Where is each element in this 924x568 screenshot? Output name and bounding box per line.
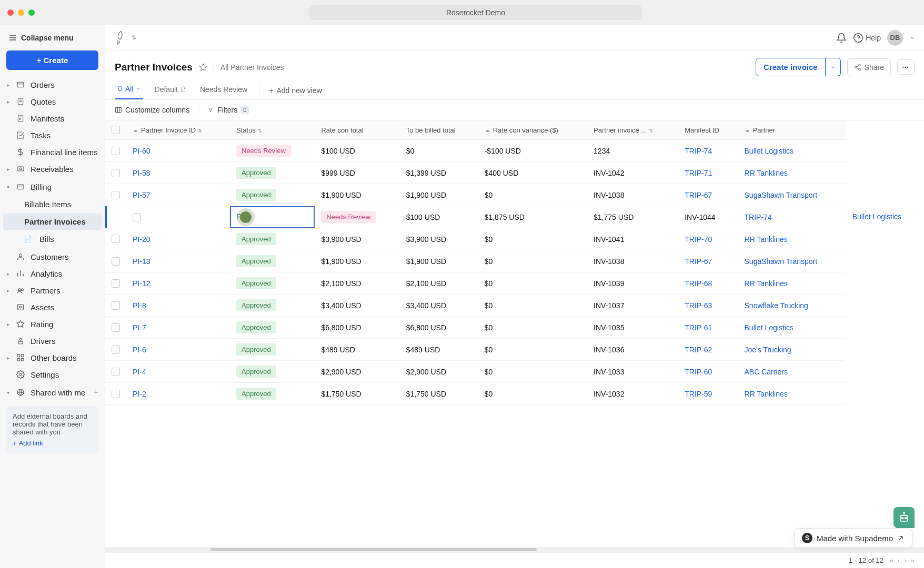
cell-invoice-id[interactable]: PI-4 — [126, 361, 230, 383]
maximize-window-button[interactable] — [28, 9, 35, 16]
cell-invoice-id[interactable]: PI-7 — [126, 317, 230, 339]
cell-invoice-id[interactable]: PI-60 — [126, 140, 230, 162]
column-header-rate-con-total[interactable]: Rate con total — [315, 120, 399, 140]
tab-needs-review[interactable]: Needs Review — [198, 82, 249, 99]
table-row[interactable]: PI-6 Approved $489 USD $489 USD $0 INV-1… — [105, 339, 924, 361]
row-checkbox[interactable] — [133, 213, 141, 221]
sidebar-item-customers[interactable]: Customers — [3, 248, 102, 265]
add-new-view-button[interactable]: + Add new view — [269, 86, 322, 95]
filters-button[interactable]: Filters 0 — [207, 106, 249, 114]
cell-partner[interactable]: SugaShawn Transport — [738, 184, 846, 206]
cell-invoice-id[interactable]: PI-8 — [126, 295, 230, 317]
cell-manifest[interactable]: TRIP-60 — [678, 361, 738, 383]
more-button[interactable]: ⋯ — [897, 59, 915, 75]
column-header-to-be-billed[interactable]: To be billed total — [400, 120, 478, 140]
table-row[interactable]: PI-57 Approved $1,900 USD $1,900 USD $0 … — [105, 184, 924, 206]
cell-partner[interactable]: Bullet Logistics — [738, 317, 846, 339]
create-button[interactable]: + Create — [6, 50, 98, 70]
chevron-down-icon[interactable] — [909, 35, 916, 41]
sidebar-item-orders[interactable]: ▸ Orders — [3, 76, 102, 93]
bell-icon[interactable] — [836, 33, 847, 43]
tab-default[interactable]: Default — [153, 82, 188, 99]
sidebar-item-settings[interactable]: Settings — [3, 366, 102, 383]
cell-invoice-id[interactable]: PI-57 — [126, 184, 230, 206]
cell-partner[interactable]: Bullet Logistics — [846, 206, 924, 228]
cell-partner[interactable]: SugaShawn Transport — [738, 250, 846, 272]
sidebar-item-billing[interactable]: ▾ Billing — [3, 178, 102, 195]
sidebar-item-analytics[interactable]: ▸ Analytics — [3, 265, 102, 282]
row-checkbox[interactable] — [112, 346, 120, 354]
table-row[interactable]: PI-58 Approved $999 USD $1,399 USD $400 … — [105, 162, 924, 184]
cell-invoice-id[interactable]: PI-12 — [126, 272, 230, 295]
cell-partner[interactable]: Joe's Trucking — [738, 339, 846, 361]
sidebar-item-bills[interactable]: 📄 Bills — [3, 231, 102, 247]
helper-widget[interactable] — [893, 507, 915, 528]
cell-partner[interactable]: ABC Carriers — [738, 361, 846, 383]
sidebar-item-receivables[interactable]: ▸ Receivables — [3, 160, 102, 177]
scrollbar-thumb[interactable] — [210, 548, 537, 551]
sidebar-item-other-boards[interactable]: ▸ Other boards — [3, 349, 102, 366]
sidebar-item-assets[interactable]: Assets — [3, 299, 102, 316]
sidebar-item-partner-invoices[interactable]: Partner Invoices — [3, 214, 102, 230]
sort-icon[interactable]: ⇅ — [132, 34, 136, 41]
row-checkbox[interactable] — [112, 147, 120, 155]
table-wrapper[interactable]: ⚭Partner Invoice ID⇅ Status⇅ Rate con to… — [105, 120, 924, 547]
table-row[interactable]: PI-12 Approved $2,100 USD $2,100 USD $0 … — [105, 272, 924, 295]
cell-invoice-id[interactable]: P — [230, 206, 315, 228]
next-page-button[interactable]: › — [904, 556, 906, 564]
cell-manifest[interactable]: TRIP-74 — [678, 140, 738, 162]
column-header-variance[interactable]: ⚭Rate con variance ($) — [478, 120, 587, 140]
cell-manifest[interactable]: TRIP-63 — [678, 295, 738, 317]
cell-partner[interactable]: RR Tanklines — [738, 383, 846, 405]
help-button[interactable]: Help — [853, 33, 881, 43]
create-invoice-dropdown[interactable] — [826, 58, 841, 76]
select-all-checkbox[interactable] — [112, 126, 120, 134]
cell-manifest[interactable]: TRIP-59 — [678, 383, 738, 405]
table-row[interactable]: PI-2 Approved $1,750 USD $1,750 USD $0 I… — [105, 383, 924, 405]
cell-manifest[interactable]: TRIP-67 — [678, 250, 738, 272]
sidebar-item-tasks[interactable]: Tasks — [3, 127, 102, 144]
sidebar-item-shared[interactable]: ▾ Shared with me + — [3, 384, 102, 401]
row-checkbox[interactable] — [112, 169, 120, 177]
sidebar-item-rating[interactable]: ▸ Rating — [3, 316, 102, 332]
column-header-status[interactable]: Status⇅ — [230, 120, 315, 140]
supademo-badge[interactable]: S Made with Supademo — [794, 528, 912, 548]
cell-manifest[interactable]: TRIP-71 — [678, 162, 738, 184]
cell-manifest[interactable]: TRIP-68 — [678, 272, 738, 295]
cell-manifest[interactable]: TRIP-62 — [678, 339, 738, 361]
row-checkbox[interactable] — [112, 191, 120, 199]
cell-partner[interactable]: Bullet Logistics — [738, 140, 846, 162]
last-page-button[interactable]: » — [911, 556, 915, 564]
share-button[interactable]: Share — [847, 58, 891, 76]
row-checkbox[interactable] — [112, 301, 120, 310]
table-row[interactable]: PI-7 Approved $6,800 USD $6,800 USD $0 I… — [105, 317, 924, 339]
avatar[interactable]: DB — [887, 30, 903, 46]
cell-manifest[interactable]: TRIP-61 — [678, 317, 738, 339]
cell-partner[interactable]: RR Tanklines — [738, 162, 846, 184]
cell-manifest[interactable]: TRIP-70 — [678, 228, 738, 250]
column-header-partner-invoice[interactable]: Partner invoice ...⇅ — [587, 120, 678, 140]
table-row[interactable]: PI-60 Needs Review $100 USD $0 -$100 USD… — [105, 140, 924, 162]
prev-page-button[interactable]: ‹ — [898, 556, 900, 564]
add-link-button[interactable]: + Add link — [13, 439, 43, 447]
cell-partner[interactable]: RR Tanklines — [738, 228, 846, 250]
row-checkbox[interactable] — [112, 368, 120, 376]
cell-partner[interactable]: Snowflake Trucking — [738, 295, 846, 317]
minimize-window-button[interactable] — [18, 9, 24, 16]
sidebar-item-partners[interactable]: ▸ Partners — [3, 282, 102, 299]
cell-manifest[interactable]: TRIP-74 — [738, 206, 846, 228]
cell-invoice-id[interactable]: PI-6 — [126, 339, 230, 361]
rocket-icon[interactable] — [112, 29, 127, 45]
column-header-invoice-id[interactable]: ⚭Partner Invoice ID⇅ — [126, 120, 230, 140]
sidebar-item-drivers[interactable]: Drivers — [3, 332, 102, 349]
row-checkbox[interactable] — [112, 323, 120, 332]
column-header-manifest[interactable]: Manifest ID — [678, 120, 738, 140]
table-row[interactable]: P Needs Review $100 USD $1,875 USD $1,77… — [105, 206, 924, 228]
table-row[interactable]: PI-4 Approved $2,900 USD $2,900 USD $0 I… — [105, 361, 924, 383]
first-page-button[interactable]: « — [890, 556, 893, 564]
sidebar-item-manifests[interactable]: Manifests — [3, 110, 102, 127]
cell-invoice-id[interactable]: PI-2 — [126, 383, 230, 405]
sidebar-item-financial-line-items[interactable]: Financial line items — [3, 144, 102, 160]
column-header-partner[interactable]: ⚭Partner — [738, 120, 846, 140]
cell-invoice-id[interactable]: PI-13 — [126, 250, 230, 272]
